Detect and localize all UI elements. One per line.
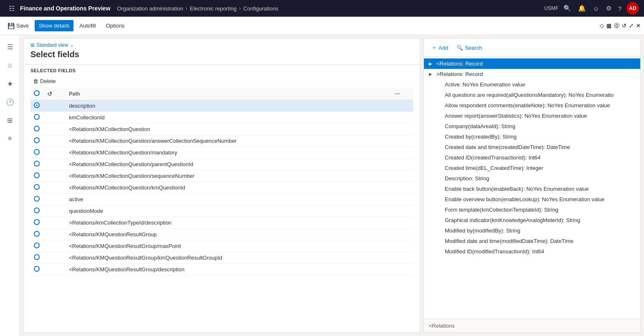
tree-item[interactable]: Form template(kmCollectionTemplateId): S… xyxy=(424,205,640,215)
header-radio[interactable] xyxy=(34,90,40,96)
breadcrumb-electronic-reporting[interactable]: Electronic reporting xyxy=(190,5,237,12)
tree-expand-icon[interactable]: ▶ xyxy=(429,72,435,76)
row-more[interactable] xyxy=(391,194,413,205)
tree-item[interactable]: Company(dataAreaId): String xyxy=(424,121,640,131)
table-row[interactable]: active xyxy=(30,194,413,205)
table-row[interactable]: kmCollectionId xyxy=(30,112,413,124)
delete-button[interactable]: 🗑 Delete xyxy=(30,76,58,86)
user-avatar[interactable]: AD xyxy=(626,2,639,15)
tree-item[interactable]: Created time(dEL_CreatedTime): Integer xyxy=(424,163,640,173)
table-row[interactable]: <Relations/KMCollectionQuestion/mandator… xyxy=(30,147,413,159)
row-radio[interactable] xyxy=(34,149,40,155)
row-more[interactable] xyxy=(391,252,413,264)
row-more[interactable] xyxy=(391,159,413,170)
table-row[interactable]: <Relations/KMCollectionQuestion xyxy=(30,124,413,135)
row-radio[interactable] xyxy=(34,207,40,213)
row-radio[interactable] xyxy=(34,231,40,237)
table-row[interactable]: <Relations/KMCollectionQuestion/sequence… xyxy=(30,170,413,182)
show-details-button[interactable]: Show details xyxy=(35,20,74,31)
row-more[interactable] xyxy=(391,170,413,182)
tree-list[interactable]: ▶<Relations: Record▶>Relations: RecordAc… xyxy=(424,57,640,319)
table-row[interactable]: <Relations/KMQuestionResultGroup/maxPoin… xyxy=(30,240,413,252)
tree-item[interactable]: Graphical indicator(kmKnowledgeAnalogMet… xyxy=(424,215,640,225)
sidebar-item-workspaces[interactable]: ⊞ xyxy=(2,112,18,129)
row-radio[interactable] xyxy=(34,137,40,143)
row-more[interactable] xyxy=(391,264,413,275)
row-radio[interactable] xyxy=(34,172,40,178)
row-more[interactable] xyxy=(391,217,413,229)
row-more[interactable] xyxy=(391,205,413,217)
table-row[interactable]: <Relations/KMQuestionResultGroup xyxy=(30,229,413,240)
row-radio[interactable] xyxy=(34,254,40,260)
row-radio[interactable] xyxy=(34,114,40,120)
row-more[interactable] xyxy=(391,147,413,159)
tree-item[interactable]: Enable back button(enableBack): NoYes En… xyxy=(424,184,640,194)
table-row[interactable]: <Relations/KMCollectionQuestion/kmQuesti… xyxy=(30,182,413,194)
tree-item[interactable]: Modified ID(modifiedTransactionId): Int6… xyxy=(424,246,640,257)
add-button[interactable]: ＋ Add xyxy=(429,42,451,53)
row-more[interactable] xyxy=(391,124,413,135)
save-button[interactable]: 💾 Save xyxy=(3,20,33,32)
row-more[interactable] xyxy=(391,100,413,112)
fields-table-wrap[interactable]: ↺ Path ⋯ descriptionkmCollectionId<Relat… xyxy=(24,88,420,332)
diamond-icon[interactable]: ◇ xyxy=(600,23,604,29)
tree-item[interactable]: ▶<Relations: Record xyxy=(424,58,640,69)
autofill-button[interactable]: Autofill xyxy=(75,20,100,31)
table-row[interactable]: <Relations/KMCollectionQuestion/answerCo… xyxy=(30,135,413,147)
tree-item[interactable]: Allow respondent comments(enableNote): N… xyxy=(424,100,640,111)
tree-item[interactable]: Enable overview button(enableLookup): No… xyxy=(424,194,640,205)
table-row[interactable]: <Relations/KMQuestionResultGroup/kmQuest… xyxy=(30,252,413,264)
badge-icon[interactable]: ⓪ xyxy=(614,22,619,30)
sidebar-item-favorites[interactable]: ★ xyxy=(2,75,18,92)
breadcrumb-configurations[interactable]: Configurations xyxy=(243,5,279,12)
bell-icon[interactable]: 🔔 xyxy=(576,3,588,14)
row-more[interactable] xyxy=(391,240,413,252)
view-selector[interactable]: ⊞ Standard view ⌄ xyxy=(30,42,413,48)
table-row[interactable]: <Relations/KMQuestionResultGroup/descrip… xyxy=(30,264,413,275)
tree-item[interactable]: Answer report(answerStatistics): NoYes E… xyxy=(424,111,640,121)
row-more[interactable] xyxy=(391,182,413,194)
row-radio[interactable] xyxy=(34,102,40,108)
tree-item[interactable]: Created date and time(createdDateTime): … xyxy=(424,142,640,152)
refresh-rows-icon[interactable]: ↺ xyxy=(47,91,52,97)
row-more[interactable] xyxy=(391,135,413,147)
gear-icon[interactable]: ⚙ xyxy=(604,3,613,14)
tree-item[interactable]: ▶>Relations: Record xyxy=(424,69,640,79)
smiley-icon[interactable]: ☺ xyxy=(591,3,601,14)
row-radio[interactable] xyxy=(34,266,40,272)
tree-item[interactable]: Modified date and time(modifiedDateTime)… xyxy=(424,236,640,246)
row-radio[interactable] xyxy=(34,243,40,248)
tree-item[interactable]: Created by(createdBy): String xyxy=(424,131,640,142)
expand-icon[interactable]: ⤢ xyxy=(629,23,634,29)
table-row[interactable]: description xyxy=(30,100,413,112)
sidebar-item-list[interactable]: ≡ xyxy=(2,130,18,147)
row-more[interactable] xyxy=(391,229,413,240)
tree-item[interactable]: Modified by(modifiedBy): String xyxy=(424,225,640,236)
row-radio[interactable] xyxy=(34,219,40,225)
row-radio[interactable] xyxy=(34,196,40,202)
grid-icon[interactable]: ☷ xyxy=(5,2,18,15)
tree-item[interactable]: All questions are required(allQuestionsM… xyxy=(424,90,640,100)
refresh-icon[interactable]: ↺ xyxy=(622,23,626,29)
table-row[interactable]: <Relations/KMCollectionQuestion/parentQu… xyxy=(30,159,413,170)
tree-expand-icon[interactable]: ▶ xyxy=(429,61,435,66)
tree-item[interactable]: Created ID(createdTransactionId): Int64 xyxy=(424,152,640,163)
tree-item[interactable]: Description: String xyxy=(424,173,640,184)
sidebar-item-home[interactable]: ⌂ xyxy=(2,57,18,73)
search-icon[interactable]: 🔍 xyxy=(562,3,573,14)
table-row[interactable]: >Relations/kmCollectionTypeId/descriptio… xyxy=(30,217,413,229)
table-row[interactable]: questionMode xyxy=(30,205,413,217)
options-button[interactable]: Options xyxy=(101,20,129,31)
panel-icon[interactable]: ▦ xyxy=(606,23,611,29)
sidebar-item-recent[interactable]: 🕐 xyxy=(2,93,18,110)
sidebar-item-hamburger[interactable]: ☰ xyxy=(2,38,18,55)
row-radio[interactable] xyxy=(34,126,40,131)
close-icon[interactable]: ✕ xyxy=(636,23,641,29)
search-button[interactable]: 🔍 Search xyxy=(454,43,484,53)
help-icon[interactable]: ? xyxy=(616,3,623,14)
row-radio[interactable] xyxy=(34,161,40,167)
breadcrumb-org-admin[interactable]: Organization administration xyxy=(117,5,183,12)
row-radio[interactable] xyxy=(34,184,40,190)
tree-item[interactable]: Active: NoYes Enumeration value xyxy=(424,79,640,90)
row-more[interactable] xyxy=(391,112,413,124)
